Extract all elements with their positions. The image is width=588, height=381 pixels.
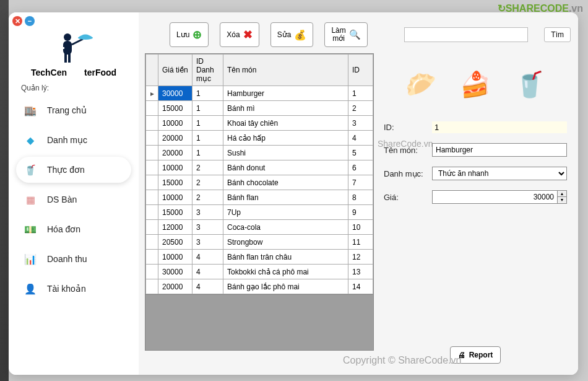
table-row[interactable]: 100004Bánh flan trân châu12	[146, 250, 373, 265]
sidebar-item-category[interactable]: ◆ Danh mục	[16, 127, 131, 153]
col-price[interactable]: Giá tiền	[158, 55, 192, 86]
table-row[interactable]: 120003Coca-cola10	[146, 220, 373, 235]
watermark-logo: ↻SHARECODE.vn	[498, 2, 583, 14]
cell-name[interactable]: Bánh gạo lắc phô mai	[223, 279, 348, 294]
food-image-3: 🥤	[508, 66, 551, 103]
sidebar-item-tables[interactable]: ▦ DS Bàn	[16, 186, 131, 212]
cell-cat[interactable]: 1	[192, 116, 223, 131]
table-row[interactable]: 200001Sushi5	[146, 146, 373, 160]
cell-price[interactable]: 30000	[158, 265, 192, 279]
col-category[interactable]: ID Danh mục	[192, 55, 223, 86]
cell-name[interactable]: Sushi	[223, 146, 348, 160]
cell-cat[interactable]: 4	[192, 265, 223, 279]
cell-name[interactable]: Bánh flan	[223, 190, 348, 205]
cell-cat[interactable]: 1	[192, 146, 223, 160]
cell-price[interactable]: 15000	[158, 101, 192, 116]
cell-id[interactable]: 6	[348, 160, 373, 175]
table-row[interactable]: 100001Khoai tây chiên3	[146, 116, 373, 131]
search-button[interactable]: Tìm	[544, 27, 571, 42]
cell-cat[interactable]: 2	[192, 190, 223, 205]
cell-name[interactable]: Bánh mì	[223, 101, 348, 116]
col-name[interactable]: Tên món	[223, 55, 348, 86]
cell-name[interactable]: Strongbow	[223, 235, 348, 250]
table-row[interactable]: 205003Strongbow11	[146, 235, 373, 250]
category-select[interactable]: Thức ăn nhanh	[432, 167, 567, 180]
cell-id[interactable]: 3	[348, 116, 373, 131]
toolbar: Lưu ⊕ Xóa ✖ Sửa 💰 Làm mới 🔍 Tìm	[145, 19, 571, 53]
col-id[interactable]: ID	[348, 55, 373, 86]
sidebar-item-account[interactable]: 👤 Tài khoản	[16, 276, 131, 302]
cell-name[interactable]: Bánh flan trân châu	[223, 250, 348, 265]
cell-cat[interactable]: 1	[192, 101, 223, 116]
row-indicator	[146, 250, 158, 265]
cell-price[interactable]: 20000	[158, 279, 192, 294]
cell-price[interactable]: 12000	[158, 220, 192, 235]
cell-cat[interactable]: 3	[192, 235, 223, 250]
table-row[interactable]: ▸300001Hamburger1	[146, 86, 373, 101]
save-button[interactable]: Lưu ⊕	[170, 22, 209, 47]
cell-name[interactable]: Tokbokki chả cá phô mai	[223, 265, 348, 279]
sidebar-item-revenue[interactable]: 📊 Doanh thu	[16, 246, 131, 272]
price-input[interactable]	[432, 190, 558, 204]
cell-price[interactable]: 10000	[158, 160, 192, 175]
table-row[interactable]: 100002Bánh flan8	[146, 190, 373, 205]
sidebar-item-invoice[interactable]: 💵 Hóa đơn	[16, 216, 131, 242]
cell-id[interactable]: 9	[348, 205, 373, 220]
cell-name[interactable]: 7Up	[223, 205, 348, 220]
refresh-button[interactable]: Làm mới 🔍	[324, 22, 367, 47]
cell-id[interactable]: 10	[348, 220, 373, 235]
cell-price[interactable]: 20500	[158, 235, 192, 250]
cell-name[interactable]: Há cảo hấp	[223, 131, 348, 146]
cell-price[interactable]: 10000	[158, 250, 192, 265]
cell-price[interactable]: 30000	[158, 86, 192, 101]
close-icon[interactable]: ✕	[12, 16, 22, 26]
cell-cat[interactable]: 1	[192, 86, 223, 101]
cell-id[interactable]: 2	[348, 101, 373, 116]
cell-cat[interactable]: 2	[192, 160, 223, 175]
cell-name[interactable]: Khoai tây chiên	[223, 116, 348, 131]
table-row[interactable]: 200004Bánh gạo lắc phô mai14	[146, 279, 373, 294]
delete-button[interactable]: Xóa ✖	[220, 22, 259, 47]
cell-name[interactable]: Bánh chocolate	[223, 175, 348, 190]
cell-name[interactable]: Bánh donut	[223, 160, 348, 175]
edit-button[interactable]: Sửa 💰	[270, 22, 314, 47]
cell-id[interactable]: 4	[348, 131, 373, 146]
table-row[interactable]: 150001Bánh mì2	[146, 101, 373, 116]
cell-price[interactable]: 15000	[158, 175, 192, 190]
sidebar-item-home[interactable]: 🏬 Trang chủ	[16, 97, 131, 123]
sidebar-item-menu[interactable]: 🥤 Thực đơn	[16, 157, 131, 183]
spinner-down-icon[interactable]: ▼	[558, 197, 566, 203]
table-row[interactable]: 1500037Up9	[146, 205, 373, 220]
cell-name[interactable]: Hamburger	[223, 86, 348, 101]
cell-cat[interactable]: 2	[192, 175, 223, 190]
cell-price[interactable]: 10000	[158, 116, 192, 131]
cell-cat[interactable]: 4	[192, 250, 223, 265]
cell-price[interactable]: 15000	[158, 205, 192, 220]
cell-id[interactable]: 11	[348, 235, 373, 250]
cell-price[interactable]: 20000	[158, 146, 192, 160]
cell-id[interactable]: 5	[348, 146, 373, 160]
cell-id[interactable]: 14	[348, 279, 373, 294]
table-row[interactable]: 100002Bánh donut6	[146, 160, 373, 175]
cell-name[interactable]: Coca-cola	[223, 220, 348, 235]
cell-cat[interactable]: 4	[192, 279, 223, 294]
table-row[interactable]: 150002Bánh chocolate7	[146, 175, 373, 190]
table-row[interactable]: 300004Tokbokki chả cá phô mai13	[146, 265, 373, 279]
minimize-icon[interactable]: −	[25, 16, 35, 26]
id-value: 1	[432, 121, 567, 133]
table-row[interactable]: 200001Há cảo hấp4	[146, 131, 373, 146]
cell-id[interactable]: 1	[348, 86, 373, 101]
cell-cat[interactable]: 1	[192, 131, 223, 146]
cell-price[interactable]: 10000	[158, 190, 192, 205]
cell-cat[interactable]: 3	[192, 205, 223, 220]
cell-id[interactable]: 12	[348, 250, 373, 265]
search-input[interactable]	[404, 27, 528, 42]
cell-id[interactable]: 8	[348, 190, 373, 205]
cell-cat[interactable]: 3	[192, 220, 223, 235]
name-input[interactable]	[432, 143, 567, 157]
spinner-up-icon[interactable]: ▲	[558, 191, 566, 197]
cell-price[interactable]: 20000	[158, 131, 192, 146]
cell-id[interactable]: 7	[348, 175, 373, 190]
cell-id[interactable]: 13	[348, 265, 373, 279]
menu-table[interactable]: Giá tiền ID Danh mục Tên món ID ▸300001H…	[145, 53, 374, 351]
